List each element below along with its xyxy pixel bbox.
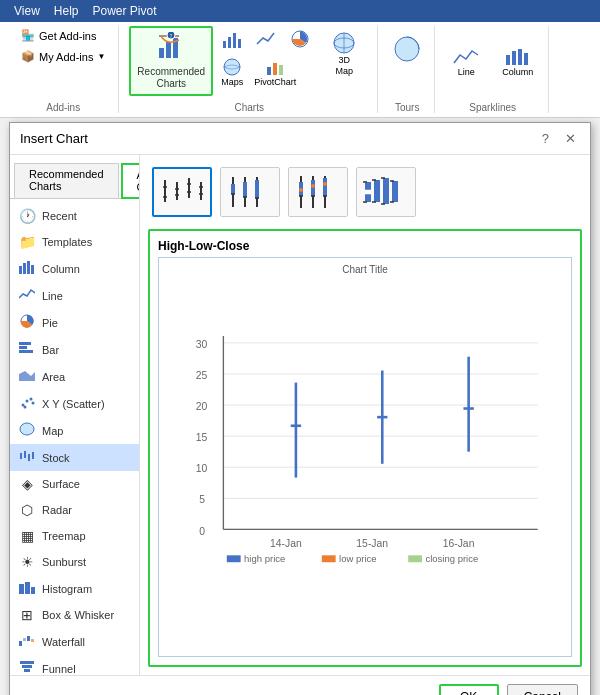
boxwhisker-label: Box & Whisker (42, 609, 114, 621)
charts-group-btn3[interactable] (285, 26, 315, 52)
sidebar-item-area[interactable]: Area (10, 363, 139, 390)
map-label: Map (42, 425, 63, 437)
menu-help[interactable]: Help (48, 2, 85, 20)
svg-rect-29 (19, 346, 27, 349)
sidebar-item-map[interactable]: Map (10, 417, 139, 444)
sidebar-item-histogram[interactable]: Histogram (10, 575, 139, 602)
chart-thumbs-row (148, 163, 582, 221)
svg-point-11 (224, 59, 240, 75)
my-addins-button[interactable]: 📦 My Add-ins ▼ (16, 47, 110, 66)
svg-rect-49 (23, 638, 26, 641)
svg-rect-25 (27, 261, 30, 274)
svg-text:15: 15 (196, 432, 208, 443)
sidebar-item-waterfall[interactable]: Waterfall (10, 628, 139, 655)
svg-rect-88 (323, 178, 327, 196)
svg-text:15-Jan: 15-Jan (356, 538, 388, 549)
sidebar-item-templates[interactable]: 📁 Templates (10, 229, 139, 255)
pie-icon (18, 314, 36, 331)
treemap-icon: ▦ (18, 528, 36, 544)
radar-label: Radar (42, 504, 72, 516)
charts-group-label: Charts (235, 98, 264, 113)
maps-button[interactable]: Maps (217, 54, 247, 90)
chart-thumb-2[interactable] (220, 167, 280, 217)
bar-icon (18, 341, 36, 358)
sidebar-item-boxwhisker[interactable]: ⊞ Box & Whisker (10, 602, 139, 628)
svg-rect-45 (19, 584, 24, 594)
chart-thumb-4[interactable] (356, 167, 416, 217)
svg-text:?: ? (170, 33, 173, 39)
treemap-label: Treemap (42, 530, 86, 542)
dialog-controls: ? ✕ (538, 129, 580, 148)
help-button[interactable]: ? (538, 129, 553, 148)
scatter-icon (18, 395, 36, 412)
map-icon (18, 422, 36, 439)
sidebar-item-radar[interactable]: ⬡ Radar (10, 497, 139, 523)
svg-rect-0 (159, 48, 164, 58)
histogram-icon (18, 580, 36, 597)
sidebar-item-treemap[interactable]: ▦ Treemap (10, 523, 139, 549)
svg-rect-52 (20, 661, 34, 664)
svg-point-90 (323, 182, 327, 186)
sidebar-item-surface[interactable]: ◈ Surface (10, 471, 139, 497)
ribbon-group-addins: 🏪 Get Add-ins 📦 My Add-ins ▼ Add-ins (8, 26, 119, 113)
svg-point-82 (299, 188, 303, 192)
ok-button[interactable]: OK (439, 684, 499, 695)
svg-rect-92 (365, 190, 371, 194)
bar-label: Bar (42, 344, 59, 356)
svg-rect-77 (255, 180, 259, 198)
svg-rect-21 (518, 49, 522, 65)
menu-powerpivot[interactable]: Power Pivot (86, 2, 162, 20)
tab-recommended[interactable]: Recommended Charts (14, 163, 119, 198)
svg-rect-101 (392, 181, 398, 202)
column-label: Column (42, 263, 80, 275)
sidebar-item-stock[interactable]: Stock (10, 444, 139, 471)
chart-thumb-1[interactable] (152, 167, 212, 217)
svg-rect-22 (524, 53, 528, 65)
sparkline-line-label: Line (458, 67, 475, 77)
sidebar-item-recent[interactable]: 🕐 Recent (10, 203, 139, 229)
svg-rect-129 (227, 555, 241, 562)
ribbon-group-sparklines: Line Column Sparklines (437, 26, 549, 113)
menu-view[interactable]: View (8, 2, 46, 20)
sparkline-column-button[interactable]: Column (495, 40, 540, 82)
dropdown-icon: ▼ (97, 52, 105, 61)
svg-text:30: 30 (196, 339, 208, 350)
svg-rect-8 (233, 33, 236, 48)
tab-all-charts[interactable]: All Charts (121, 163, 140, 199)
templates-label: Templates (42, 236, 92, 248)
charts-group-btn2[interactable] (251, 26, 281, 52)
line-label: Line (42, 290, 63, 302)
sidebar-item-column[interactable]: Column (10, 255, 139, 282)
threed-map-button[interactable]: 3D Map (319, 26, 369, 82)
sidebar-item-funnel[interactable]: Funnel (10, 655, 139, 675)
surface-icon: ◈ (18, 476, 36, 492)
svg-rect-30 (19, 350, 33, 353)
sidebar-item-sunburst[interactable]: ☀ Sunburst (10, 549, 139, 575)
svg-point-32 (26, 400, 29, 403)
recommended-charts-button[interactable]: ? Recommended Charts (129, 26, 213, 96)
menu-bar: View Help Power Pivot (0, 0, 600, 22)
pivotchart-button[interactable]: PivotChart (251, 54, 299, 90)
cancel-button[interactable]: Cancel (507, 684, 578, 695)
close-button[interactable]: ✕ (561, 129, 580, 148)
ribbon-group-charts: ? Recommended Charts (121, 26, 378, 113)
svg-rect-6 (223, 41, 226, 48)
sidebar-item-pie[interactable]: Pie (10, 309, 139, 336)
ribbon: View Help Power Pivot 🏪 Get Add-ins 📦 My… (0, 0, 600, 118)
preview-chart-title: Chart Title (342, 264, 388, 275)
sparkline-line-button[interactable]: Line (445, 40, 487, 82)
dialog-title: Insert Chart (20, 131, 88, 146)
sidebar-item-line[interactable]: Line (10, 282, 139, 309)
svg-text:14-Jan: 14-Jan (270, 538, 302, 549)
get-addins-button[interactable]: 🏪 Get Add-ins (16, 26, 101, 45)
svg-text:20: 20 (196, 401, 208, 412)
svg-point-34 (24, 406, 27, 409)
recommended-charts-label: Recommended Charts (137, 66, 205, 90)
charts-group-btn1[interactable] (217, 26, 247, 52)
sidebar-item-bar[interactable]: Bar (10, 336, 139, 363)
chart-thumb-3[interactable] (288, 167, 348, 217)
tab-recommended-label: Recommended Charts (29, 168, 104, 192)
svg-rect-12 (267, 67, 271, 75)
waterfall-label: Waterfall (42, 636, 85, 648)
sidebar-item-scatter[interactable]: X Y (Scatter) (10, 390, 139, 417)
